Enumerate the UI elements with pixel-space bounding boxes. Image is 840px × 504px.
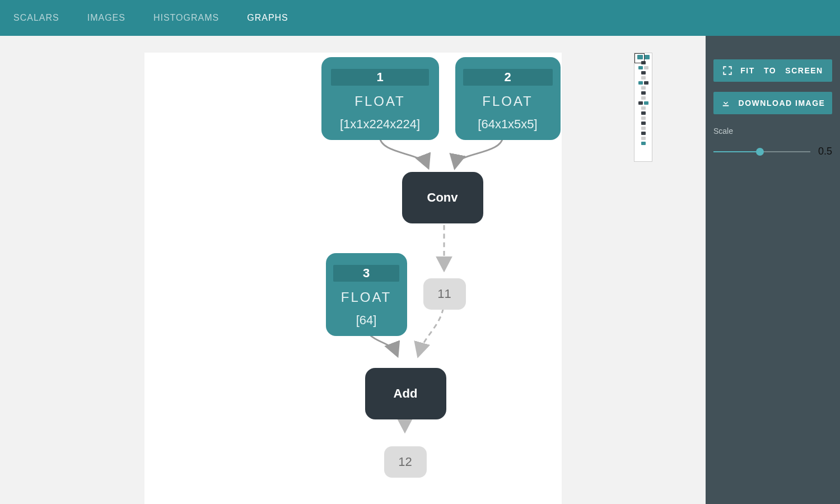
graph-minimap[interactable]: [634, 53, 652, 162]
right-sidebar: FIT TO SCREEN DOWNLOAD IMAGE Scale 0.5: [706, 36, 840, 504]
graph-canvas[interactable]: 1 FLOAT [1x1x224x224] 2 FLOAT [64x1x5x5]…: [144, 53, 562, 504]
fit-to-screen-button[interactable]: FIT TO SCREEN: [713, 59, 832, 82]
tab-histograms[interactable]: HISTOGRAMS: [153, 13, 219, 23]
node-dtype: FLOAT: [354, 94, 405, 109]
svg-rect-0: [722, 105, 729, 106]
scale-label: Scale: [713, 127, 832, 136]
button-label: FIT TO SCREEN: [740, 66, 823, 75]
graph-canvas-area[interactable]: 1 FLOAT [1x1x224x224] 2 FLOAT [64x1x5x5]…: [0, 36, 706, 504]
button-label: DOWNLOAD IMAGE: [739, 99, 825, 108]
graph-input-node-1[interactable]: 1 FLOAT [1x1x224x224]: [321, 57, 439, 140]
top-tabs: SCALARS IMAGES HISTOGRAMS GRAPHS: [0, 0, 840, 36]
graph-op-node-conv[interactable]: Conv: [402, 172, 483, 223]
graph-input-node-3[interactable]: 3 FLOAT [64]: [326, 253, 407, 336]
graph-intermediate-node-12[interactable]: 12: [384, 446, 427, 478]
download-icon: [721, 98, 731, 108]
tab-images[interactable]: IMAGES: [87, 13, 125, 23]
node-shape: [1x1x224x224]: [340, 117, 420, 132]
op-label: Conv: [427, 190, 458, 205]
tab-scalars[interactable]: SCALARS: [13, 13, 59, 23]
graph-op-node-add[interactable]: Add: [365, 368, 446, 419]
graph-intermediate-node-11[interactable]: 11: [423, 278, 466, 310]
intermediate-id: 11: [437, 287, 451, 301]
intermediate-id: 12: [398, 455, 412, 469]
node-dtype: FLOAT: [482, 94, 533, 109]
minimap-viewport[interactable]: [634, 53, 645, 63]
node-id-badge: 1: [331, 69, 429, 86]
graph-input-node-2[interactable]: 2 FLOAT [64x1x5x5]: [455, 57, 561, 140]
node-dtype: FLOAT: [341, 290, 392, 305]
download-image-button[interactable]: DOWNLOAD IMAGE: [713, 92, 832, 114]
tab-graphs[interactable]: GRAPHS: [247, 13, 288, 23]
fullscreen-icon: [722, 66, 732, 76]
node-shape: [64x1x5x5]: [478, 117, 537, 132]
node-id-badge: 2: [463, 69, 553, 86]
scale-value: 0.5: [818, 146, 832, 157]
scale-slider-thumb[interactable]: [756, 148, 764, 156]
scale-slider[interactable]: [713, 151, 810, 152]
node-id-badge: 3: [333, 265, 399, 282]
op-label: Add: [394, 386, 418, 401]
node-shape: [64]: [356, 313, 377, 328]
